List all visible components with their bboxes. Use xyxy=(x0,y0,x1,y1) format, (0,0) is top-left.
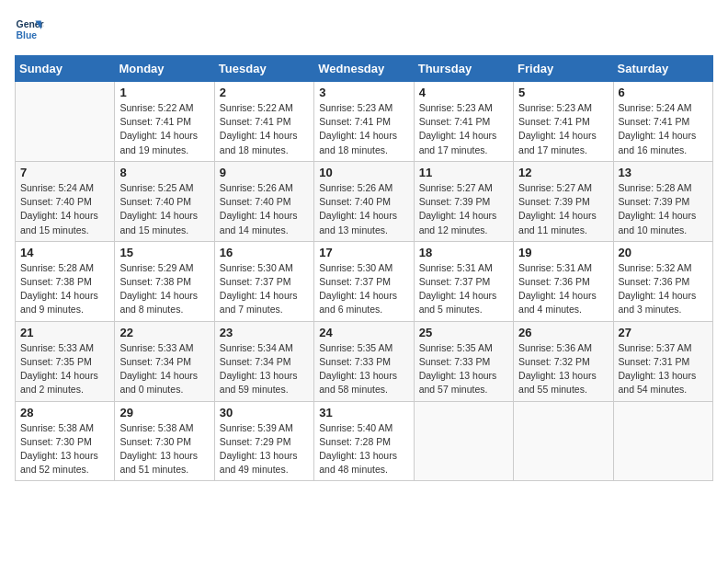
calendar-cell: 31Sunrise: 5:40 AM Sunset: 7:28 PM Dayli… xyxy=(314,401,414,481)
calendar-cell: 26Sunrise: 5:36 AM Sunset: 7:32 PM Dayli… xyxy=(514,321,613,401)
svg-text:Blue: Blue xyxy=(17,30,38,40)
calendar-cell: 21Sunrise: 5:33 AM Sunset: 7:35 PM Dayli… xyxy=(16,321,115,401)
calendar-cell: 12Sunrise: 5:27 AM Sunset: 7:39 PM Dayli… xyxy=(514,161,613,241)
calendar-cell xyxy=(613,401,712,481)
day-number: 8 xyxy=(119,166,209,179)
day-number: 30 xyxy=(220,406,309,419)
day-number: 28 xyxy=(20,406,109,419)
calendar-cell: 25Sunrise: 5:35 AM Sunset: 7:33 PM Dayli… xyxy=(414,321,513,401)
day-info: Sunrise: 5:29 AM Sunset: 7:38 PM Dayligh… xyxy=(119,261,209,317)
day-info: Sunrise: 5:31 AM Sunset: 7:37 PM Dayligh… xyxy=(419,261,508,317)
calendar-cell: 19Sunrise: 5:31 AM Sunset: 7:36 PM Dayli… xyxy=(514,241,613,321)
day-of-week-header: Wednesday xyxy=(314,56,414,82)
calendar-cell: 11Sunrise: 5:27 AM Sunset: 7:39 PM Dayli… xyxy=(414,161,513,241)
calendar-cell: 7Sunrise: 5:24 AM Sunset: 7:40 PM Daylig… xyxy=(16,161,115,241)
day-of-week-header: Sunday xyxy=(16,56,115,82)
calendar-cell: 27Sunrise: 5:37 AM Sunset: 7:31 PM Dayli… xyxy=(613,321,712,401)
day-info: Sunrise: 5:30 AM Sunset: 7:37 PM Dayligh… xyxy=(319,261,408,317)
calendar-week-row: 14Sunrise: 5:28 AM Sunset: 7:38 PM Dayli… xyxy=(16,241,713,321)
day-number: 26 xyxy=(518,326,608,339)
calendar-cell xyxy=(414,401,513,481)
day-info: Sunrise: 5:37 AM Sunset: 7:31 PM Dayligh… xyxy=(619,341,708,397)
calendar-header: SundayMondayTuesdayWednesdayThursdayFrid… xyxy=(16,56,713,82)
day-of-week-header: Saturday xyxy=(613,56,712,82)
calendar-cell xyxy=(514,401,613,481)
calendar-cell: 22Sunrise: 5:33 AM Sunset: 7:34 PM Dayli… xyxy=(115,321,214,401)
day-number: 6 xyxy=(619,86,708,99)
day-number: 14 xyxy=(20,246,109,259)
day-info: Sunrise: 5:22 AM Sunset: 7:41 PM Dayligh… xyxy=(220,101,309,157)
day-number: 25 xyxy=(419,326,508,339)
day-of-week-header: Monday xyxy=(115,56,214,82)
calendar-cell: 8Sunrise: 5:25 AM Sunset: 7:40 PM Daylig… xyxy=(115,161,214,241)
header-row: SundayMondayTuesdayWednesdayThursdayFrid… xyxy=(16,56,713,82)
calendar-cell: 1Sunrise: 5:22 AM Sunset: 7:41 PM Daylig… xyxy=(115,82,214,162)
calendar-cell: 24Sunrise: 5:35 AM Sunset: 7:33 PM Dayli… xyxy=(314,321,414,401)
day-number: 11 xyxy=(419,166,508,179)
calendar-table: SundayMondayTuesdayWednesdayThursdayFrid… xyxy=(15,55,713,481)
day-info: Sunrise: 5:27 AM Sunset: 7:39 PM Dayligh… xyxy=(419,181,508,237)
day-number: 15 xyxy=(119,246,209,259)
day-number: 20 xyxy=(619,246,708,259)
day-info: Sunrise: 5:23 AM Sunset: 7:41 PM Dayligh… xyxy=(419,101,508,157)
day-info: Sunrise: 5:27 AM Sunset: 7:39 PM Dayligh… xyxy=(518,181,608,237)
day-info: Sunrise: 5:24 AM Sunset: 7:40 PM Dayligh… xyxy=(20,181,109,237)
day-info: Sunrise: 5:28 AM Sunset: 7:38 PM Dayligh… xyxy=(20,261,109,317)
day-number: 12 xyxy=(518,166,608,179)
day-info: Sunrise: 5:23 AM Sunset: 7:41 PM Dayligh… xyxy=(518,101,608,157)
day-number: 22 xyxy=(119,326,209,339)
day-number: 3 xyxy=(319,86,408,99)
calendar-cell xyxy=(16,82,115,162)
day-number: 9 xyxy=(220,166,309,179)
page-header: General Blue xyxy=(15,15,713,44)
day-number: 29 xyxy=(119,406,209,419)
day-number: 31 xyxy=(319,406,408,419)
calendar-cell: 16Sunrise: 5:30 AM Sunset: 7:37 PM Dayli… xyxy=(214,241,313,321)
calendar-cell: 9Sunrise: 5:26 AM Sunset: 7:40 PM Daylig… xyxy=(214,161,313,241)
calendar-cell: 17Sunrise: 5:30 AM Sunset: 7:37 PM Dayli… xyxy=(314,241,414,321)
day-info: Sunrise: 5:33 AM Sunset: 7:34 PM Dayligh… xyxy=(119,341,209,397)
calendar-cell: 10Sunrise: 5:26 AM Sunset: 7:40 PM Dayli… xyxy=(314,161,414,241)
day-info: Sunrise: 5:35 AM Sunset: 7:33 PM Dayligh… xyxy=(419,341,508,397)
day-number: 18 xyxy=(419,246,508,259)
logo: General Blue xyxy=(15,15,48,44)
day-info: Sunrise: 5:30 AM Sunset: 7:37 PM Dayligh… xyxy=(220,261,309,317)
day-number: 10 xyxy=(319,166,408,179)
calendar-cell: 2Sunrise: 5:22 AM Sunset: 7:41 PM Daylig… xyxy=(214,82,313,162)
calendar-cell: 29Sunrise: 5:38 AM Sunset: 7:30 PM Dayli… xyxy=(115,401,214,481)
day-info: Sunrise: 5:33 AM Sunset: 7:35 PM Dayligh… xyxy=(20,341,109,397)
day-info: Sunrise: 5:38 AM Sunset: 7:30 PM Dayligh… xyxy=(119,421,209,477)
calendar-cell: 15Sunrise: 5:29 AM Sunset: 7:38 PM Dayli… xyxy=(115,241,214,321)
day-number: 23 xyxy=(220,326,309,339)
day-number: 2 xyxy=(220,86,309,99)
day-info: Sunrise: 5:32 AM Sunset: 7:36 PM Dayligh… xyxy=(619,261,708,317)
day-of-week-header: Friday xyxy=(514,56,613,82)
calendar-cell: 3Sunrise: 5:23 AM Sunset: 7:41 PM Daylig… xyxy=(314,82,414,162)
day-info: Sunrise: 5:39 AM Sunset: 7:29 PM Dayligh… xyxy=(220,421,309,477)
day-info: Sunrise: 5:40 AM Sunset: 7:28 PM Dayligh… xyxy=(319,421,408,477)
calendar-cell: 18Sunrise: 5:31 AM Sunset: 7:37 PM Dayli… xyxy=(414,241,513,321)
calendar-cell: 20Sunrise: 5:32 AM Sunset: 7:36 PM Dayli… xyxy=(613,241,712,321)
calendar-cell: 4Sunrise: 5:23 AM Sunset: 7:41 PM Daylig… xyxy=(414,82,513,162)
day-info: Sunrise: 5:36 AM Sunset: 7:32 PM Dayligh… xyxy=(518,341,608,397)
day-info: Sunrise: 5:38 AM Sunset: 7:30 PM Dayligh… xyxy=(20,421,109,477)
day-number: 21 xyxy=(20,326,109,339)
calendar-week-row: 1Sunrise: 5:22 AM Sunset: 7:41 PM Daylig… xyxy=(16,82,713,162)
calendar-cell: 14Sunrise: 5:28 AM Sunset: 7:38 PM Dayli… xyxy=(16,241,115,321)
day-info: Sunrise: 5:34 AM Sunset: 7:34 PM Dayligh… xyxy=(220,341,309,397)
day-number: 5 xyxy=(518,86,608,99)
day-info: Sunrise: 5:25 AM Sunset: 7:40 PM Dayligh… xyxy=(119,181,209,237)
calendar-week-row: 28Sunrise: 5:38 AM Sunset: 7:30 PM Dayli… xyxy=(16,401,713,481)
day-number: 7 xyxy=(20,166,109,179)
day-number: 16 xyxy=(220,246,309,259)
day-of-week-header: Tuesday xyxy=(214,56,313,82)
day-info: Sunrise: 5:23 AM Sunset: 7:41 PM Dayligh… xyxy=(319,101,408,157)
calendar-cell: 28Sunrise: 5:38 AM Sunset: 7:30 PM Dayli… xyxy=(16,401,115,481)
day-of-week-header: Thursday xyxy=(414,56,513,82)
day-info: Sunrise: 5:31 AM Sunset: 7:36 PM Dayligh… xyxy=(518,261,608,317)
day-number: 24 xyxy=(319,326,408,339)
day-number: 27 xyxy=(619,326,708,339)
day-number: 1 xyxy=(119,86,209,99)
calendar-body: 1Sunrise: 5:22 AM Sunset: 7:41 PM Daylig… xyxy=(16,82,713,481)
calendar-cell: 5Sunrise: 5:23 AM Sunset: 7:41 PM Daylig… xyxy=(514,82,613,162)
